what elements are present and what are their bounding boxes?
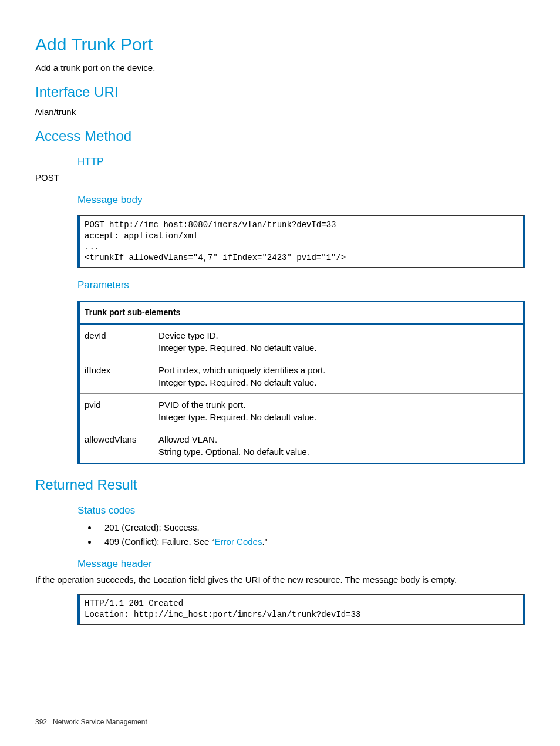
- table-row: devId Device type ID. Integer type. Requ…: [79, 324, 524, 359]
- list-item: 409 (Conflict): Failure. See “Error Code…: [97, 535, 525, 548]
- parameters-table: Trunk port sub-elements devId Device typ…: [77, 301, 525, 464]
- heading-message-body: Message body: [77, 193, 525, 207]
- message-body-code: POST http://imc_host:8080/imcrs/vlan/tru…: [77, 215, 525, 268]
- table-row: allowedVlans Allowed VLAN. String type. …: [79, 428, 524, 463]
- param-desc: PVID of the trunk port. Integer type. Re…: [154, 393, 524, 428]
- error-codes-link[interactable]: Error Codes: [215, 536, 262, 546]
- parameters-table-header: Trunk port sub-elements: [79, 302, 524, 324]
- heading-access-method: Access Method: [35, 126, 525, 146]
- param-desc: Allowed VLAN. String type. Optional. No …: [154, 428, 524, 463]
- http-verb: POST: [35, 171, 525, 184]
- message-header-text: If the operation succeeds, the Location …: [35, 573, 525, 586]
- heading-returned-result: Returned Result: [35, 475, 525, 495]
- param-desc: Port index, which uniquely identifies a …: [154, 359, 524, 393]
- param-name: allowedVlans: [79, 428, 154, 463]
- heading-status-codes: Status codes: [77, 504, 525, 518]
- list-item: 201 (Created): Success.: [97, 521, 525, 534]
- table-row: pvid PVID of the trunk port. Integer typ…: [79, 393, 524, 428]
- message-header-code: HTTP/1.1 201 Created Location: http://im…: [77, 594, 525, 625]
- param-name: ifIndex: [79, 359, 154, 393]
- table-row: ifIndex Port index, which uniquely ident…: [79, 359, 524, 393]
- param-desc: Device type ID. Integer type. Required. …: [154, 324, 524, 359]
- interface-uri-value: /vlan/trunk: [35, 106, 525, 118]
- heading-message-header: Message header: [77, 557, 525, 571]
- page-description: Add a trunk port on the device.: [35, 62, 525, 74]
- param-name: pvid: [79, 393, 154, 428]
- param-name: devId: [79, 324, 154, 359]
- heading-interface-uri: Interface URI: [35, 82, 525, 102]
- page-title: Add Trunk Port: [35, 32, 525, 57]
- status-codes-list: 201 (Created): Success. 409 (Conflict): …: [77, 521, 525, 548]
- heading-http: HTTP: [77, 155, 525, 169]
- heading-parameters: Parameters: [77, 278, 525, 292]
